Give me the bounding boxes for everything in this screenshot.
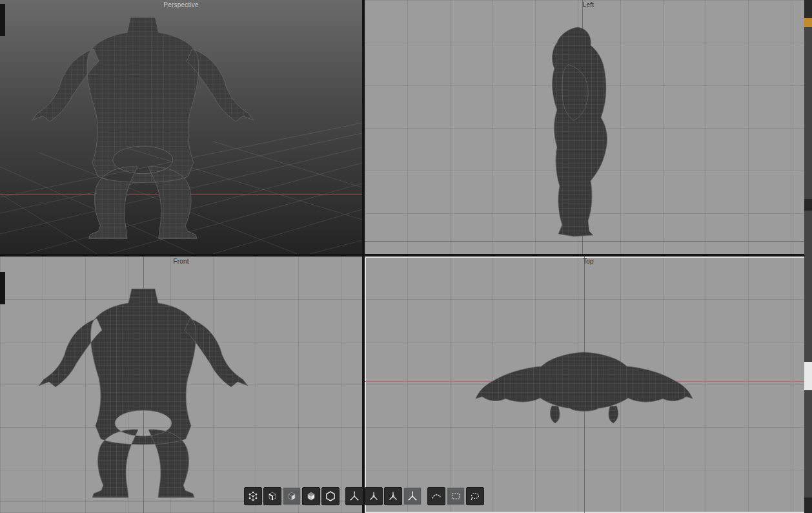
- axis-mode-group: [345, 487, 421, 505]
- rail-accent-amber[interactable]: [804, 18, 812, 27]
- viewport-label-top: Top: [583, 258, 594, 265]
- edges-mode-icon: [267, 490, 278, 502]
- rail-top-cap: [804, 0, 812, 18]
- viewport-left[interactable]: Left: [365, 0, 812, 254]
- live-selection-button[interactable]: [427, 487, 445, 505]
- axis-mode-3-button[interactable]: [384, 487, 402, 505]
- points-mode-button[interactable]: [244, 487, 262, 505]
- rail-scroll-thumb[interactable]: [804, 362, 812, 390]
- application-window: Perspective Left Front Top: [0, 0, 812, 513]
- viewport-divider-vertical[interactable]: [362, 0, 365, 513]
- viewport-label-front: Front: [173, 258, 188, 265]
- object-mode-icon: [325, 490, 336, 502]
- rail-bottom-cap: [804, 497, 812, 513]
- rectangle-selection-button[interactable]: [447, 487, 465, 505]
- axis-tripod-icon: [407, 490, 418, 502]
- right-scrollbar-rail[interactable]: [804, 0, 812, 513]
- points-mode-icon: [247, 490, 259, 502]
- rail-dark-block[interactable]: [804, 199, 812, 211]
- model-left: [365, 0, 812, 254]
- polygons-mode-icon: [286, 490, 298, 502]
- axis-tripod-icon: [349, 490, 360, 502]
- lasso-selection-button[interactable]: [466, 487, 484, 505]
- axis-tripod-icon: [368, 490, 380, 502]
- object-mode-button[interactable]: [321, 487, 340, 505]
- viewport-label-left: Left: [583, 1, 594, 8]
- collapsed-menu-tab[interactable]: [0, 272, 5, 304]
- component-mode-group: [244, 487, 340, 505]
- faces-mode-button[interactable]: [302, 487, 320, 505]
- model-top: [365, 256, 812, 513]
- collapsed-menu-tab[interactable]: [0, 4, 5, 36]
- rectangle-selection-icon: [450, 490, 462, 502]
- lasso-selection-icon: [469, 490, 481, 502]
- faces-mode-icon: [305, 490, 317, 502]
- viewport-label-perspective: Perspective: [163, 1, 198, 8]
- model-perspective: [0, 0, 362, 254]
- viewport-top[interactable]: Top: [365, 256, 812, 513]
- bottom-toolbar: [244, 487, 484, 505]
- selection-tool-group: [427, 487, 484, 505]
- viewport-perspective[interactable]: Perspective: [0, 0, 362, 254]
- axis-tripod-icon: [387, 490, 399, 502]
- live-selection-icon: [431, 490, 442, 502]
- axis-mode-1-button[interactable]: [345, 487, 363, 505]
- model-front: [0, 256, 362, 513]
- polygons-mode-button[interactable]: [283, 487, 301, 505]
- viewport-front[interactable]: Front: [0, 256, 362, 513]
- edges-mode-button[interactable]: [263, 487, 281, 505]
- viewport-divider-horizontal[interactable]: [0, 254, 812, 256]
- axis-mode-4-button[interactable]: [403, 487, 421, 505]
- axis-mode-2-button[interactable]: [365, 487, 383, 505]
